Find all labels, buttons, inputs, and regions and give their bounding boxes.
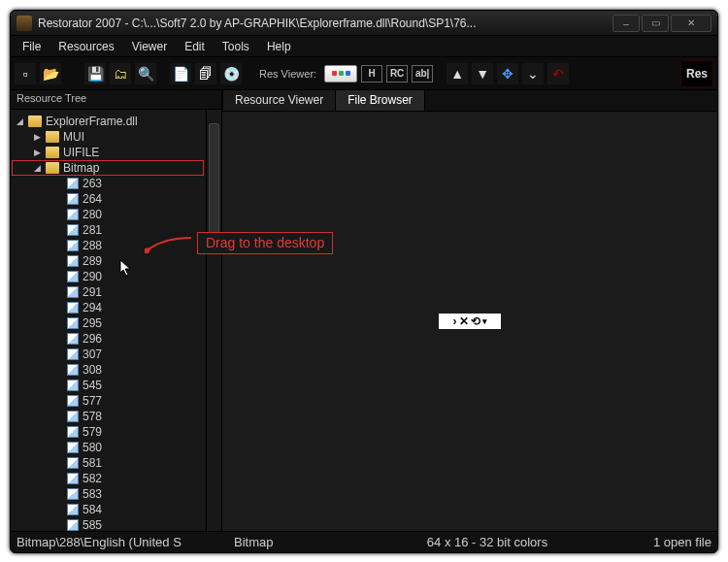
tree-bitmap-item[interactable]: 290: [13, 269, 204, 284]
bitmap-icon: [67, 178, 79, 189]
minimize-button[interactable]: _: [612, 15, 640, 32]
tree-bitmap-item[interactable]: 291: [13, 284, 204, 300]
tree-bitmap-item[interactable]: 294: [13, 300, 204, 315]
viewer-mode-rc-button[interactable]: RC: [386, 65, 408, 83]
bitmap-icon: [67, 271, 79, 282]
bitmap-preview: ›✕⟲▾: [439, 314, 501, 329]
tree-bitmap-item[interactable]: 545: [13, 378, 204, 393]
expand-icon[interactable]: ▶: [32, 132, 42, 142]
open-button[interactable]: 📂: [40, 63, 61, 84]
window-title: Restorator 2007 - C:\...\Soft7 2.0 by AP…: [38, 17, 607, 30]
tree-bitmap-item[interactable]: 289: [13, 253, 204, 269]
status-path: Bitmap\288\English (United S: [17, 535, 220, 549]
tree-bitmap-item[interactable]: 581: [13, 455, 204, 471]
main-area: Resource Viewer File Browser ›✕⟲▾: [222, 90, 717, 531]
sidebar: Resource Tree ◢ ExplorerFrame.dll ▶ MUI …: [11, 90, 222, 531]
browse-button[interactable]: 🗂: [110, 63, 131, 84]
folder-icon: [46, 131, 59, 143]
tree-bitmap-item[interactable]: 580: [13, 440, 204, 455]
tree-bitmap-item[interactable]: 578: [13, 409, 204, 424]
bitmap-icon: [67, 519, 79, 531]
menu-file[interactable]: File: [15, 38, 49, 55]
tree-bitmap-label: 582: [83, 472, 102, 485]
scroll-thumb[interactable]: [209, 123, 219, 249]
menu-help[interactable]: Help: [259, 38, 299, 55]
arrow-up-button[interactable]: ▲: [447, 63, 468, 84]
disk-button[interactable]: 💿: [220, 63, 242, 84]
tree-scrollbar[interactable]: [206, 110, 221, 531]
tree-bitmap-item[interactable]: 583: [13, 486, 204, 502]
save-button[interactable]: 💾: [84, 63, 106, 84]
menu-resources[interactable]: Resources: [50, 38, 121, 55]
tab-file-browser[interactable]: File Browser: [335, 89, 425, 111]
tree-bitmap-item[interactable]: 582: [13, 471, 204, 486]
menu-tools[interactable]: Tools: [215, 38, 257, 55]
tree-bitmap-label: 577: [83, 394, 102, 408]
move-button[interactable]: ✥: [497, 63, 518, 84]
tree-bitmap-label: 580: [83, 441, 102, 454]
tree-bitmap-item[interactable]: 308: [13, 362, 204, 378]
tree-folder-mui[interactable]: MUI: [63, 130, 84, 144]
viewer-mode-hex-button[interactable]: H: [361, 65, 382, 83]
tree-bitmap-label: 579: [83, 425, 102, 439]
tree-folder-uifile[interactable]: UIFILE: [63, 146, 99, 159]
tree-bitmap-item[interactable]: 295: [13, 315, 204, 331]
tab-resource-viewer[interactable]: Resource Viewer: [222, 89, 336, 111]
bitmap-icon: [67, 364, 79, 376]
menu-viewer[interactable]: Viewer: [124, 38, 175, 55]
chevron-down-button[interactable]: ⌄: [522, 63, 544, 84]
tree-bitmap-item[interactable]: 579: [13, 424, 204, 440]
tree-bitmap-label: 289: [83, 254, 102, 268]
bitmap-icon: [67, 395, 79, 407]
bitmap-icon: [67, 504, 79, 515]
tree-bitmap-item[interactable]: 281: [13, 222, 204, 238]
titlebar[interactable]: Restorator 2007 - C:\...\Soft7 2.0 by AP…: [11, 11, 717, 36]
tree-bitmap-item[interactable]: 263: [13, 176, 204, 191]
tree-bitmap-item[interactable]: 577: [13, 393, 204, 409]
tree-root-label[interactable]: ExplorerFrame.dll: [46, 115, 138, 128]
tree-bitmap-label: 290: [83, 270, 102, 283]
tree-bitmap-item[interactable]: 264: [13, 191, 204, 207]
tree-bitmap-label: 281: [83, 223, 102, 237]
tree-bitmap-label: 307: [83, 347, 102, 361]
bitmap-icon: [67, 193, 79, 205]
multi-button[interactable]: 🗐: [195, 63, 216, 84]
tree-bitmap-label: 288: [83, 239, 102, 252]
bitmap-icon: [67, 473, 79, 484]
copy-button[interactable]: 📄: [170, 63, 191, 84]
tree-bitmap-label: 585: [83, 518, 102, 531]
close-button[interactable]: ✕: [671, 15, 711, 32]
tree-bitmap-item[interactable]: 288: [13, 238, 204, 253]
toolbar: ▫ 📂 💾 🗂 🔍 📄 🗐 💿 Res Viewer: H RC ab| ▲ ▼…: [11, 57, 717, 90]
tree-folder-bitmap[interactable]: Bitmap: [63, 161, 99, 175]
menu-edit[interactable]: Edit: [177, 38, 213, 55]
bitmap-icon: [67, 380, 79, 391]
viewer-mode-text-button[interactable]: ab|: [412, 65, 433, 83]
tree-bitmap-label: 291: [83, 285, 102, 299]
tree-bitmap-item[interactable]: 280: [13, 207, 204, 222]
brand-logo: Res: [680, 60, 713, 87]
tree-bitmap-item[interactable]: 584: [13, 502, 204, 517]
dll-icon: [28, 116, 42, 127]
tree-bitmap-item[interactable]: 585: [13, 517, 204, 531]
bitmap-icon: [67, 240, 79, 251]
maximize-button[interactable]: ▭: [642, 15, 669, 32]
search-button[interactable]: 🔍: [135, 63, 156, 84]
resource-tree[interactable]: ◢ ExplorerFrame.dll ▶ MUI ▶ UIFILE: [11, 110, 206, 531]
cancel-button[interactable]: ↶: [547, 63, 569, 84]
expand-icon[interactable]: ▶: [32, 148, 42, 157]
collapse-icon[interactable]: ◢: [32, 163, 42, 173]
viewer-pane: ›✕⟲▾: [222, 112, 717, 531]
sidebar-header: Resource Tree: [11, 90, 221, 110]
arrow-down-button[interactable]: ▼: [472, 63, 493, 84]
new-button[interactable]: ▫: [15, 63, 36, 84]
tree-bitmap-item[interactable]: 296: [13, 331, 204, 347]
tree-bitmap-label: 308: [83, 363, 102, 377]
viewer-mode-bitmap-icon[interactable]: [324, 65, 357, 83]
tree-bitmap-item[interactable]: 307: [13, 347, 204, 362]
tree-bitmap-label: 263: [83, 177, 102, 190]
status-dimensions: 64 x 16 - 32 bit colors: [335, 535, 640, 549]
collapse-icon[interactable]: ◢: [15, 116, 24, 126]
res-viewer-label: Res Viewer:: [255, 68, 320, 80]
tree-bitmap-label: 578: [83, 410, 102, 423]
